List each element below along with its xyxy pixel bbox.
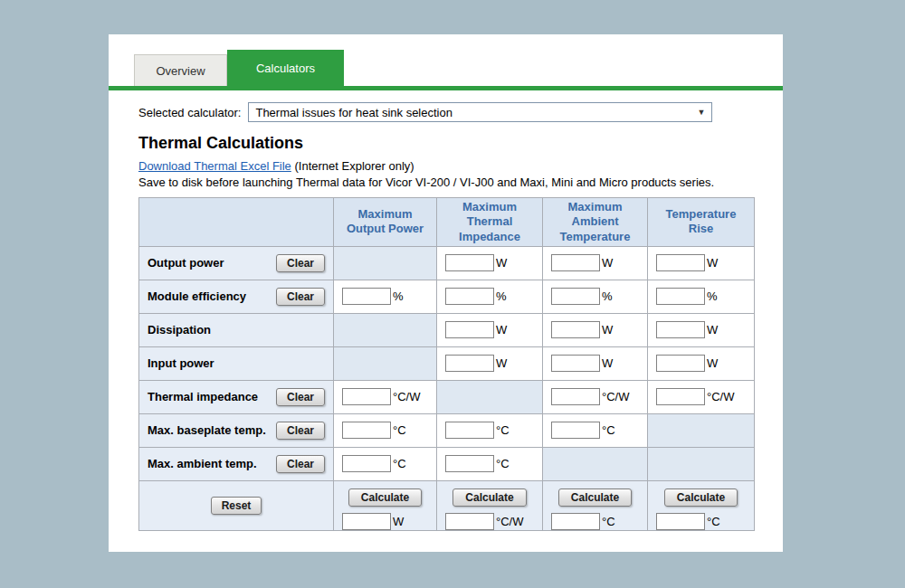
value-input[interactable] xyxy=(342,455,391,472)
unit-label: W xyxy=(707,256,718,270)
tab-overview[interactable]: Overview xyxy=(134,54,227,86)
disabled-cell xyxy=(334,346,437,380)
disabled-cell xyxy=(334,246,437,280)
unit-label: W xyxy=(496,356,507,370)
disabled-cell xyxy=(437,380,543,413)
unit-label: °C xyxy=(602,423,615,437)
tab-calculators[interactable]: Calculators xyxy=(227,50,344,86)
thermal-table: Maximum Output Power Maximum Thermal Imp… xyxy=(138,197,755,531)
unit-label: W xyxy=(707,356,718,370)
page-title: Thermal Calculations xyxy=(138,134,303,153)
calculate-button[interactable]: Calculate xyxy=(348,488,422,507)
value-input[interactable] xyxy=(445,288,494,305)
result-input[interactable] xyxy=(342,513,391,530)
unit-label: % xyxy=(707,289,718,303)
unit-label: W xyxy=(393,515,404,528)
value-input[interactable] xyxy=(342,388,391,405)
value-input[interactable] xyxy=(445,355,494,372)
row-label: Input power xyxy=(148,356,214,370)
unit-label: °C/W xyxy=(602,390,629,403)
content-panel: Overview Calculators Selected calculator… xyxy=(109,34,783,552)
unit-label: °C/W xyxy=(496,515,523,528)
table-row-input-power: Input power W W W xyxy=(139,346,755,380)
clear-button[interactable]: Clear xyxy=(276,288,325,306)
unit-label: °C xyxy=(393,457,406,470)
header-temperature-rise: Temperature Rise xyxy=(648,198,755,247)
unit-label: W xyxy=(496,323,507,337)
unit-label: °C xyxy=(393,423,406,437)
value-input[interactable] xyxy=(551,321,600,338)
reset-button[interactable]: Reset xyxy=(211,497,262,515)
value-input[interactable] xyxy=(342,288,391,305)
tab-underline xyxy=(109,86,783,90)
header-max-thermal-impedance: Maximum Thermal Impedance xyxy=(437,198,543,247)
calculator-select[interactable]: Thermal issues for heat sink selection ▼ xyxy=(248,102,712,122)
value-input[interactable] xyxy=(342,422,391,439)
header-max-ambient-temperature: Maximum Ambient Temperature xyxy=(543,198,648,247)
download-suffix: (Internet Explorer only) xyxy=(294,159,414,173)
value-input[interactable] xyxy=(656,254,705,271)
unit-label: % xyxy=(602,289,613,303)
calculate-button[interactable]: Calculate xyxy=(664,488,738,507)
unit-label: W xyxy=(496,256,507,270)
clear-button[interactable]: Clear xyxy=(276,254,325,272)
row-label: Thermal impedance xyxy=(148,390,258,403)
download-line: Download Thermal Excel File (Internet Ex… xyxy=(138,159,414,173)
value-input[interactable] xyxy=(445,254,494,271)
unit-label: °C xyxy=(496,423,510,437)
table-row-module-efficiency: Module efficiency Clear % % % % xyxy=(139,280,755,313)
disabled-cell xyxy=(334,313,437,346)
header-empty xyxy=(139,198,334,247)
calculator-selector-row: Selected calculator: Thermal issues for … xyxy=(138,102,712,122)
value-input[interactable] xyxy=(656,355,705,372)
disabled-cell xyxy=(648,447,755,480)
unit-label: W xyxy=(602,256,613,270)
value-input[interactable] xyxy=(445,321,494,338)
value-input[interactable] xyxy=(551,355,600,372)
row-label: Max. ambient temp. xyxy=(148,457,257,470)
calculate-button[interactable]: Calculate xyxy=(558,488,632,507)
note-text: Save to disk before launching Thermal da… xyxy=(138,175,714,189)
unit-label: % xyxy=(393,289,404,303)
unit-label: % xyxy=(496,289,507,303)
unit-label: °C/W xyxy=(393,390,420,403)
row-label: Module efficiency xyxy=(148,289,246,303)
table-row-output-power: Output power Clear W W W xyxy=(139,246,755,280)
unit-label: W xyxy=(707,323,718,337)
clear-button[interactable]: Clear xyxy=(276,455,325,473)
value-input[interactable] xyxy=(551,254,600,271)
disabled-cell xyxy=(543,447,648,480)
value-input[interactable] xyxy=(656,388,705,405)
download-link[interactable]: Download Thermal Excel File xyxy=(138,159,291,173)
selected-calculator-value: Thermal issues for heat sink selection xyxy=(255,106,697,119)
value-input[interactable] xyxy=(551,288,600,305)
row-label: Dissipation xyxy=(148,323,211,337)
header-max-output-power: Maximum Output Power xyxy=(334,198,437,247)
result-input[interactable] xyxy=(445,513,494,530)
unit-label: °C xyxy=(707,515,720,528)
value-input[interactable] xyxy=(656,288,705,305)
calculate-button[interactable]: Calculate xyxy=(452,488,526,507)
value-input[interactable] xyxy=(656,321,705,338)
unit-label: W xyxy=(602,323,613,337)
chevron-down-icon: ▼ xyxy=(698,108,706,117)
disabled-cell xyxy=(648,413,755,447)
table-header-row: Maximum Output Power Maximum Thermal Imp… xyxy=(139,198,755,247)
table-row-max-baseplate-temp: Max. baseplate temp. Clear °C °C °C xyxy=(139,413,755,447)
value-input[interactable] xyxy=(445,422,494,439)
selector-label: Selected calculator: xyxy=(138,106,241,119)
value-input[interactable] xyxy=(551,422,600,439)
result-input[interactable] xyxy=(551,513,600,530)
unit-label: °C xyxy=(496,457,510,470)
table-row-max-ambient-temp: Max. ambient temp. Clear °C °C xyxy=(139,447,755,480)
unit-label: W xyxy=(602,356,613,370)
value-input[interactable] xyxy=(551,388,600,405)
value-input[interactable] xyxy=(445,455,494,472)
clear-button[interactable]: Clear xyxy=(276,388,325,406)
result-input[interactable] xyxy=(656,513,705,530)
table-row-calculate: Reset Calculate W Calculate °C/W Calcula… xyxy=(139,480,755,530)
table-row-thermal-impedance: Thermal impedance Clear °C/W °C/W °C/W xyxy=(139,380,755,413)
clear-button[interactable]: Clear xyxy=(276,422,325,440)
row-label: Output power xyxy=(148,256,224,270)
table-row-dissipation: Dissipation W W W xyxy=(139,313,755,346)
